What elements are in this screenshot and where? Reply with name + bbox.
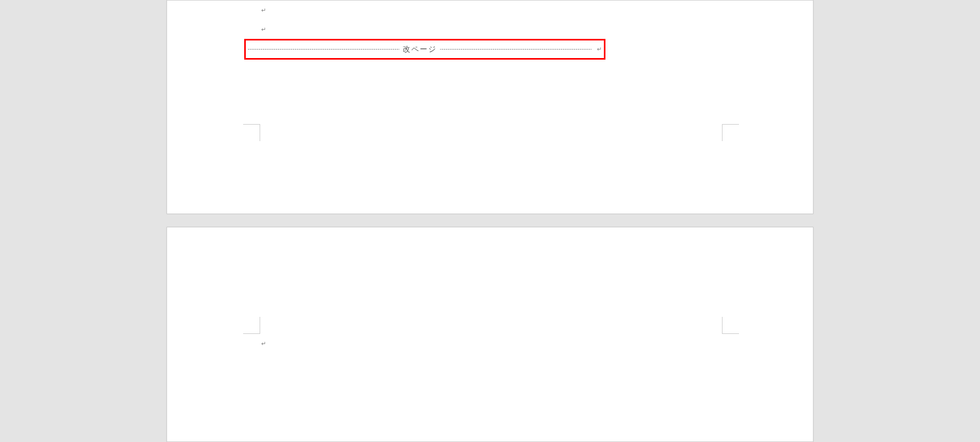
page-break-mark-icon: ↵ — [597, 46, 602, 53]
page-1-content-area[interactable]: ↵ ↵ 改ページ ↵ — [260, 1, 738, 60]
page-break-highlight: 改ページ ↵ — [244, 39, 605, 60]
margin-corner-bottom-left — [243, 124, 260, 141]
document-page-2[interactable]: ↵ — [167, 227, 813, 442]
page-2-content-area[interactable]: ↵ — [260, 334, 266, 353]
paragraph-line[interactable]: ↵ — [260, 20, 738, 39]
paragraph-line[interactable]: ↵ — [260, 1, 738, 20]
paragraph-mark-icon: ↵ — [261, 340, 266, 347]
document-page-1[interactable]: ↵ ↵ 改ページ ↵ — [167, 0, 813, 214]
page-break-label: 改ページ — [400, 45, 440, 54]
margin-corner-top-right — [722, 317, 739, 334]
paragraph-line[interactable]: ↵ — [260, 334, 266, 353]
margin-corner-top-left — [243, 317, 260, 334]
paragraph-mark-icon: ↵ — [261, 7, 266, 14]
page-break-dotted-line: 改ページ — [248, 49, 592, 50]
margin-corner-bottom-right — [722, 124, 739, 141]
paragraph-mark-icon: ↵ — [261, 26, 266, 33]
